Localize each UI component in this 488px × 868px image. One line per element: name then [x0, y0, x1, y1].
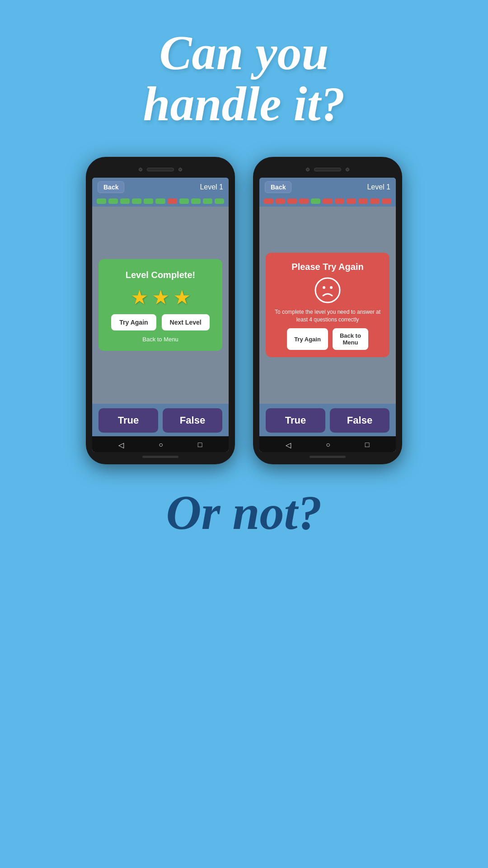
- screen-success: Back Level 1 Level Complete!: [92, 178, 229, 452]
- fail-card: Please Try Again To complete the level y…: [266, 253, 389, 357]
- level-label-fail: Level 1: [367, 183, 390, 191]
- back-to-menu-link[interactable]: Back to Menu: [142, 336, 178, 343]
- success-card: Level Complete! ★ ★ ★ Try Again Next Lev…: [99, 259, 222, 351]
- true-button-fail[interactable]: True: [266, 408, 325, 433]
- answer-row-success: True False: [92, 404, 229, 436]
- phones-container: Back Level 1 Level Complete!: [86, 157, 402, 464]
- fail-dot-8: [347, 198, 356, 204]
- fail-dot-9: [358, 198, 368, 204]
- fail-dot-10: [370, 198, 380, 204]
- success-buttons: Try Again Next Level: [111, 314, 209, 330]
- phone-nav-success: ◁ ○ □: [92, 436, 229, 452]
- nav-home-icon: ○: [159, 441, 163, 449]
- false-button-fail[interactable]: False: [330, 408, 389, 433]
- success-title: Level Complete!: [126, 270, 195, 280]
- progress-dot-5: [144, 198, 153, 204]
- back-button-fail[interactable]: Back: [265, 181, 291, 193]
- svg-point-1: [323, 286, 325, 289]
- camera-dot-right-fail: [346, 168, 349, 171]
- fail-description: To complete the level you need to answer…: [274, 308, 381, 324]
- fail-dot-1: [264, 198, 273, 204]
- progress-dot-7: [168, 198, 177, 204]
- camera-dot-left: [139, 168, 142, 171]
- true-button-success[interactable]: True: [99, 408, 158, 433]
- progress-row-fail: [259, 197, 396, 207]
- try-again-button-fail[interactable]: Try Again: [287, 328, 328, 350]
- header-title: Can you handle it?: [143, 27, 345, 130]
- answer-row-fail: True False: [259, 404, 396, 436]
- progress-dot-6: [155, 198, 165, 204]
- fail-buttons: Try Again Back to Menu: [287, 328, 368, 350]
- fail-dot-2: [276, 198, 285, 204]
- progress-dot-8: [179, 198, 189, 204]
- fail-dot-11: [382, 198, 391, 204]
- progress-dot-11: [215, 198, 224, 204]
- back-to-menu-button[interactable]: Back to Menu: [333, 328, 368, 350]
- phone-fail: Back Level 1 Please Try Again: [253, 157, 402, 464]
- star-2: ★: [152, 286, 169, 309]
- phone-nav-fail: ◁ ○ □: [259, 436, 396, 452]
- camera-dot-right: [178, 168, 182, 171]
- progress-dot-1: [97, 198, 106, 204]
- screen-topbar-fail: Back Level 1: [259, 178, 396, 197]
- progress-dot-4: [132, 198, 141, 204]
- phone-speaker: [147, 168, 174, 171]
- stars-row: ★ ★ ★: [131, 286, 191, 309]
- nav-recents-icon-fail: □: [365, 441, 370, 449]
- phone-top-bar-success: [92, 163, 229, 176]
- game-area-fail: Please Try Again To complete the level y…: [259, 207, 396, 404]
- fail-title: Please Try Again: [291, 262, 363, 272]
- screen-fail: Back Level 1 Please Try Again: [259, 178, 396, 452]
- phone-speaker-fail: [314, 168, 341, 171]
- back-button-success[interactable]: Back: [98, 181, 124, 193]
- next-level-button[interactable]: Next Level: [162, 314, 210, 330]
- fail-dot-6: [323, 198, 332, 204]
- progress-dot-3: [120, 198, 130, 204]
- screen-topbar-success: Back Level 1: [92, 178, 229, 197]
- footer-title: Or not?: [166, 487, 322, 538]
- camera-dot-left-fail: [306, 168, 310, 171]
- svg-point-2: [330, 286, 333, 289]
- phone-bottom-bar-success: [92, 456, 229, 458]
- fail-dot-3: [287, 198, 297, 204]
- progress-dot-9: [191, 198, 201, 204]
- phone-success: Back Level 1 Level Complete!: [86, 157, 235, 464]
- svg-point-0: [315, 278, 340, 302]
- try-again-button-success[interactable]: Try Again: [111, 314, 156, 330]
- star-1: ★: [131, 286, 148, 309]
- nav-recents-icon: □: [198, 441, 202, 449]
- progress-dot-10: [203, 198, 212, 204]
- home-indicator-success: [142, 456, 178, 458]
- nav-back-icon-fail: ◁: [286, 441, 291, 449]
- star-3: ★: [173, 286, 191, 309]
- progress-dot-2: [108, 198, 118, 204]
- fail-dot-5: [311, 198, 320, 204]
- phone-bottom-bar-fail: [259, 456, 396, 458]
- fail-dot-7: [335, 198, 344, 204]
- progress-row-success: [92, 197, 229, 207]
- phone-top-bar-fail: [259, 163, 396, 176]
- home-indicator-fail: [310, 456, 346, 458]
- sad-face-icon: [314, 277, 341, 304]
- nav-home-icon-fail: ○: [326, 441, 330, 449]
- game-area-success: Level Complete! ★ ★ ★ Try Again Next Lev…: [92, 207, 229, 404]
- false-button-success[interactable]: False: [163, 408, 222, 433]
- fail-dot-4: [299, 198, 309, 204]
- level-label-success: Level 1: [200, 183, 223, 191]
- nav-back-icon: ◁: [118, 441, 124, 449]
